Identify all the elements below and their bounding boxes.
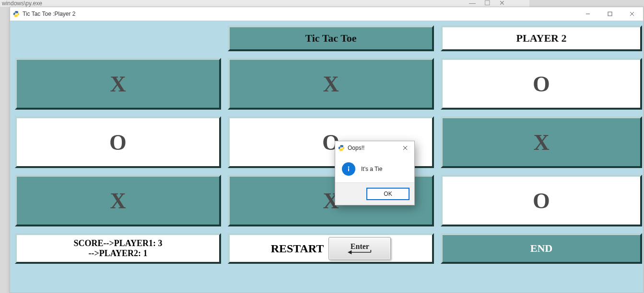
dialog-ok-button[interactable]: OK (366, 188, 410, 200)
titlebar: Tic Tac Toe :Player 2 (10, 7, 643, 21)
enter-button[interactable]: Enter (328, 237, 391, 260)
dialog-close-button[interactable] (399, 143, 411, 153)
app-window: Tic Tac Toe :Player 2 Tic Tac Toe PLAYER… (10, 7, 644, 293)
maximize-icon (608, 11, 612, 16)
board-cell-1[interactable]: X (228, 58, 434, 110)
score-line-2: -->PLAYER2: 1 (73, 248, 162, 259)
info-icon (342, 162, 355, 176)
bg-close-icon: ✕ (499, 0, 505, 7)
background-window-controls: — ☐ ✕ (469, 0, 505, 7)
board-cell-value: X (323, 71, 339, 97)
board-cell-5[interactable]: X (441, 116, 642, 168)
svg-marker-6 (348, 250, 351, 254)
svg-point-9 (348, 167, 350, 168)
restart-panel: RESTART Enter (228, 233, 434, 264)
score-line-1: SCORE-->PLAYER1: 3 (73, 238, 162, 248)
player-indicator[interactable]: PLAYER 2 (441, 25, 642, 51)
background-window-path: windows\py.exe (0, 0, 529, 7)
game-title-label: Tic Tac Toe (305, 32, 356, 45)
dialog-message: It's a Tie (361, 166, 382, 172)
svg-rect-1 (608, 12, 612, 16)
bg-minimize-icon: — (469, 0, 476, 7)
board-cell-8[interactable]: O (441, 175, 642, 226)
game-title-button[interactable]: Tic Tac Toe (228, 25, 434, 51)
editor-gutter (0, 10, 7, 293)
player-indicator-label: PLAYER 2 (516, 32, 567, 45)
python-icon (13, 11, 20, 17)
board-cell-value: O (533, 71, 550, 97)
minimize-icon (585, 11, 590, 16)
end-button[interactable]: END (441, 233, 642, 264)
close-icon (630, 11, 634, 16)
board-cell-6[interactable]: X (15, 175, 221, 226)
svg-rect-10 (348, 169, 349, 171)
window-title: Tic Tac Toe :Player 2 (23, 11, 76, 17)
header-spacer (15, 25, 221, 51)
board-cell-value: X (533, 130, 549, 155)
board-cell-3[interactable]: O (15, 116, 221, 168)
dialog-titlebar: Oops!! (335, 141, 414, 155)
end-button-label: END (530, 242, 552, 255)
board-cell-2[interactable]: O (441, 58, 642, 110)
dialog-title: Oops!! (348, 145, 364, 151)
minimize-button[interactable] (577, 7, 599, 21)
close-icon (403, 146, 408, 150)
score-panel: SCORE-->PLAYER1: 3 -->PLAYER2: 1 (15, 233, 221, 264)
python-icon (338, 145, 345, 151)
close-button[interactable] (621, 7, 643, 21)
maximize-button[interactable] (599, 7, 621, 21)
board-cell-value: X (110, 188, 126, 214)
board-cell-value: O (109, 130, 127, 155)
message-dialog: Oops!! It's a Tie OK (335, 141, 415, 205)
client-area: Tic Tac Toe PLAYER 2 X X O O O X X X O S… (10, 21, 643, 293)
bg-maximize-icon: ☐ (484, 0, 491, 7)
board-cell-0[interactable]: X (15, 58, 221, 110)
board-cell-value: X (110, 71, 126, 97)
enter-arrow-icon (348, 250, 372, 255)
restart-label: RESTART (271, 242, 324, 255)
board-cell-value: O (533, 188, 550, 214)
dialog-ok-label: OK (384, 191, 392, 197)
